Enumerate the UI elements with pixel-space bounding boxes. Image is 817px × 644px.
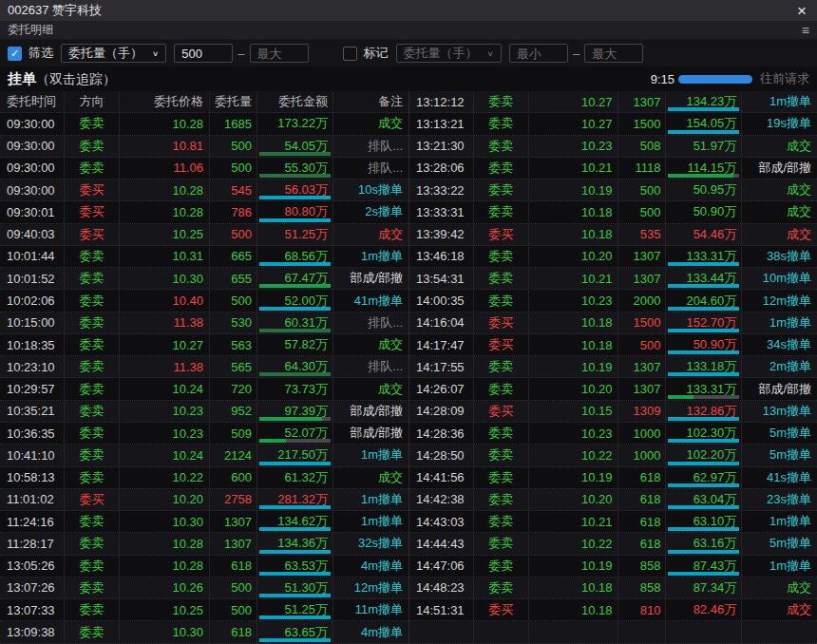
- cell-time: 14:42:38: [409, 489, 474, 510]
- mark-min-input[interactable]: [509, 44, 568, 63]
- cell-amount: 54.05万: [257, 136, 333, 157]
- filter-checkbox[interactable]: ✓: [8, 47, 22, 61]
- cell-remark: 1m撤单: [333, 445, 408, 465]
- cell-time: 14:51:31: [409, 599, 474, 620]
- order-row[interactable]: 14:47:06委卖10.1985887.43万1m撤单: [409, 556, 817, 578]
- cell-direction: 委卖: [474, 556, 529, 577]
- cell-amount: 154.05万: [666, 113, 742, 134]
- cell-direction: 委卖: [65, 246, 120, 267]
- cell-direction: 委卖: [474, 290, 529, 311]
- fill-progress-bar: [259, 152, 331, 156]
- order-row[interactable]: 13:28:06委卖10.211118114.15万部成/部撤: [409, 158, 817, 180]
- order-row[interactable]: 13:54:31委卖10.211307133.44万10m撤单: [409, 268, 817, 290]
- filter-field-select[interactable]: 委托量（手） ∨: [61, 44, 166, 63]
- order-row[interactable]: 13:33:31委卖10.1850050.90万成交: [409, 201, 817, 223]
- cell-time: 14:47:06: [409, 556, 474, 577]
- order-row[interactable]: 09:30:00委卖10.281685173.22万成交: [0, 113, 408, 135]
- cell-time: 14:43:03: [409, 511, 474, 532]
- order-row[interactable]: 13:07:26委卖10.2650051.30万12m撤单: [0, 578, 408, 599]
- cell-direction: 委买: [474, 313, 529, 333]
- mark-checkbox[interactable]: [343, 47, 357, 61]
- order-row[interactable]: 14:43:03委卖10.2161863.10万1m撤单: [409, 511, 817, 533]
- order-row[interactable]: 11:28:17委卖10.281307134.36万32s撤单: [0, 533, 408, 555]
- hamburger-menu-icon[interactable]: ≡: [802, 23, 809, 38]
- order-row[interactable]: 11:01:02委买10.202758281.32万1m撤单: [0, 489, 408, 511]
- order-row[interactable]: 09:30:00委卖10.8150054.05万排队...: [0, 136, 408, 158]
- cell-direction: 委买: [474, 599, 529, 620]
- cell-price: 10.22: [529, 533, 619, 554]
- order-row[interactable]: 14:28:50委卖10.221000102.20万5m撤单: [409, 445, 817, 466]
- order-row[interactable]: 14:00:35委卖10.232000204.60万12m撤单: [409, 290, 817, 312]
- order-row[interactable]: 14:51:31委买10.1881082.46万成交: [409, 599, 817, 621]
- cell-remark: 1m撤单: [742, 313, 817, 333]
- order-row[interactable]: 13:46:18委卖10.201307133.31万38s撤单: [409, 246, 817, 268]
- order-row[interactable]: 14:42:38委卖10.2061863.04万23s撤单: [409, 489, 817, 511]
- fill-progress-bar: [668, 130, 739, 134]
- order-row[interactable]: 10:35:21委卖10.2395297.39万部成/部撤: [0, 401, 408, 423]
- order-row[interactable]: 10:23:10委卖11.3856564.30万排队...: [0, 356, 408, 378]
- mark-filter-group: 标记 委托量（手） ∨ –: [343, 44, 644, 63]
- order-row[interactable]: 10:02:06委卖10.4050052.00万41m撤单: [0, 290, 408, 312]
- order-row[interactable]: 10:01:44委卖10.3166568.56万1m撤单: [0, 246, 408, 268]
- cell-volume: 1309: [618, 401, 666, 422]
- order-row[interactable]: 13:12:12委卖10.271307134.23万1m撤单: [409, 91, 817, 113]
- cell-direction: 委卖: [65, 467, 120, 488]
- panel-title: 委托明细: [8, 22, 53, 38]
- order-row[interactable]: 09:30:00委买10.2854556.03万10s撤单: [0, 180, 408, 201]
- order-row[interactable]: 14:17:55委卖10.191307133.18万2m撤单: [409, 356, 817, 378]
- cell-direction: 委卖: [65, 356, 120, 377]
- cell-volume: 665: [210, 246, 257, 267]
- order-row[interactable]: 14:16:04委买10.181500152.70万1m撤单: [409, 313, 817, 334]
- cell-volume: 500: [210, 290, 257, 311]
- cell-remark: 1m撤单: [742, 91, 817, 112]
- order-row[interactable]: 14:44:43委卖10.2261863.16万5m撤单: [409, 533, 817, 555]
- order-row[interactable]: 10:41:10委卖10.242124217.50万1m撤单: [0, 445, 408, 466]
- order-row[interactable]: 13:21:30委卖10.2350851.97万成交: [409, 136, 817, 158]
- order-row[interactable]: 13:07:33委卖10.2550051.25万11m撤单: [0, 599, 408, 621]
- order-row[interactable]: 14:26:07委卖10.201307133.31万部成/部撤: [409, 378, 817, 400]
- order-row[interactable]: 10:36:35委卖10.2350952.07万部成/部撤: [0, 423, 408, 445]
- order-row[interactable]: 13:09:38委卖10.3061863.65万4m撤单: [0, 621, 408, 643]
- cell-price: 10.24: [120, 445, 210, 465]
- order-row[interactable]: 13:33:22委卖10.1950050.95万成交: [409, 180, 817, 201]
- order-row[interactable]: 10:29:57委卖10.2472073.73万成交: [0, 378, 408, 400]
- order-row[interactable]: 10:58:13委卖10.2260061.32万成交: [0, 467, 408, 489]
- cell-remark: 排队...: [333, 313, 408, 333]
- order-row[interactable]: 13:13:21委卖10.271500154.05万19s撤单: [409, 113, 817, 135]
- order-row[interactable]: 10:15:00委卖11.3853060.31万排队...: [0, 313, 408, 334]
- mark-field-select[interactable]: 委托量（手） ∨: [396, 44, 502, 63]
- cell-volume: 952: [210, 401, 257, 422]
- order-row[interactable]: 14:41:56委卖10.1961862.97万41s撤单: [409, 467, 817, 489]
- order-row[interactable]: 10:18:35委卖10.2756357.82万成交: [0, 334, 408, 356]
- cell-price: 10.28: [120, 533, 210, 554]
- filter-max-input[interactable]: [250, 44, 309, 63]
- fill-progress-bar: [668, 372, 739, 376]
- cell-amount: 87.34万: [666, 578, 742, 598]
- cell-amount: 102.30万: [666, 423, 742, 444]
- order-row[interactable]: 10:01:52委卖10.3065567.47万部成/部撤: [0, 268, 408, 290]
- order-row[interactable]: 11:24:16委卖10.301307134.62万1m撤单: [0, 511, 408, 533]
- order-row[interactable]: 14:28:36委卖10.231000102.30万5m撤单: [409, 423, 817, 445]
- cell-remark: 部成/部撤: [742, 158, 817, 179]
- order-row[interactable]: 13:39:42委买10.1853554.46万成交: [409, 224, 817, 246]
- order-row[interactable]: 09:40:03委买10.2550051.25万成交: [0, 224, 408, 246]
- cell-volume: 500: [618, 180, 666, 200]
- filter-min-input[interactable]: [174, 44, 233, 63]
- cell-time: 14:26:07: [409, 378, 474, 399]
- time-scrubber[interactable]: [678, 75, 752, 84]
- cell-price: 10.30: [120, 511, 210, 532]
- order-row[interactable]: 14:48:23委卖10.1885887.34万成交: [409, 578, 817, 599]
- fill-progress-bar: [259, 505, 331, 509]
- mark-max-input[interactable]: [584, 44, 643, 63]
- cell-time: 13:39:42: [409, 224, 474, 245]
- fill-progress-bar: [259, 196, 331, 199]
- order-row[interactable]: 13:05:26委卖10.2861863.53万4m撤单: [0, 556, 408, 578]
- order-row[interactable]: 14:17:47委买10.1850050.90万34s撤单: [409, 334, 817, 356]
- order-row[interactable]: 09:30:00委卖11.0650055.30万排队...: [0, 158, 408, 180]
- cell-volume: 563: [210, 334, 257, 355]
- cell-volume: 1307: [618, 356, 666, 377]
- fill-progress-bar: [668, 483, 739, 487]
- close-icon[interactable]: ×: [794, 3, 809, 19]
- order-row[interactable]: 09:30:01委买10.2878680.80万2s撤单: [0, 201, 408, 223]
- order-row[interactable]: 14:28:09委买10.151309132.86万13m撤单: [409, 401, 817, 423]
